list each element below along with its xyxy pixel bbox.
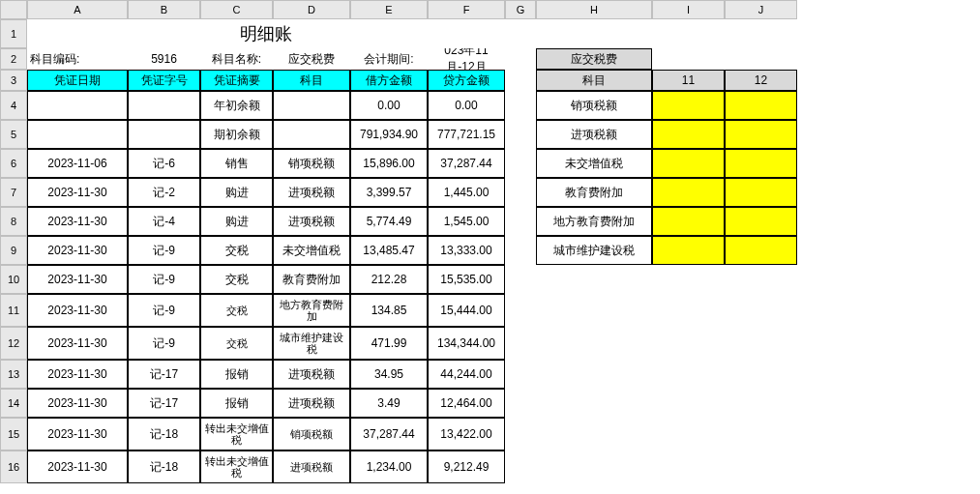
row-header[interactable]: 15 — [0, 418, 27, 450]
side-cell-11[interactable] — [652, 178, 725, 207]
cell-vno: 记-4 — [128, 207, 200, 236]
cell-debit: 34.95 — [350, 360, 428, 389]
empty — [505, 450, 536, 483]
cell-subject: 地方教育费附加 — [273, 294, 350, 327]
cell-vno: 记-17 — [128, 389, 200, 418]
col-header[interactable]: J — [725, 0, 797, 19]
row-header[interactable]: 10 — [0, 265, 27, 294]
hdr-subject: 科目 — [273, 70, 350, 91]
empty — [652, 450, 725, 483]
empty — [505, 91, 536, 120]
side-hdr-11: 11 — [652, 70, 725, 91]
side-cell-11[interactable] — [652, 91, 725, 120]
cell-date: 2023-11-30 — [27, 418, 128, 450]
cell-subject: 进项税额 — [273, 450, 350, 483]
empty — [652, 418, 725, 450]
col-header[interactable]: C — [200, 0, 273, 19]
row-header[interactable]: 3 — [0, 70, 27, 91]
col-header[interactable]: E — [350, 0, 428, 19]
empty — [536, 418, 652, 450]
hdr-summary: 凭证摘要 — [200, 70, 273, 91]
cell-vno: 记-9 — [128, 236, 200, 265]
cell-debit: 134.85 — [350, 294, 428, 327]
row-header[interactable]: 11 — [0, 294, 27, 327]
cell-vno — [128, 120, 200, 149]
hdr-vno: 凭证字号 — [128, 70, 200, 91]
cell-credit: 13,333.00 — [428, 236, 505, 265]
col-header[interactable]: I — [652, 0, 725, 19]
side-cell-12[interactable] — [725, 120, 797, 149]
side-cell-12[interactable] — [725, 149, 797, 178]
col-header[interactable]: H — [536, 0, 652, 19]
row-header[interactable]: 2 — [0, 48, 27, 70]
row-header[interactable]: 6 — [0, 149, 27, 178]
hdr-date: 凭证日期 — [27, 70, 128, 91]
code-value: 5916 — [128, 48, 200, 70]
cell-debit: 3.49 — [350, 389, 428, 418]
side-title: 应交税费 — [536, 48, 652, 70]
row-header[interactable]: 9 — [0, 236, 27, 265]
cell-vno: 记-2 — [128, 178, 200, 207]
cell-debit: 0.00 — [350, 91, 428, 120]
cell-subject — [273, 91, 350, 120]
cell-summary: 转出未交增值税 — [200, 418, 273, 450]
cell-debit: 5,774.49 — [350, 207, 428, 236]
cell-debit: 791,934.90 — [350, 120, 428, 149]
cell-vno: 记-18 — [128, 450, 200, 483]
empty — [505, 236, 536, 265]
col-header[interactable]: B — [128, 0, 200, 19]
empty — [505, 360, 536, 389]
cell-vno: 记-9 — [128, 265, 200, 294]
side-cell-12[interactable] — [725, 207, 797, 236]
cell-credit: 1,545.00 — [428, 207, 505, 236]
side-cell-11[interactable] — [652, 207, 725, 236]
side-cell-12[interactable] — [725, 236, 797, 265]
cell-date — [27, 120, 128, 149]
hdr-debit: 借方金额 — [350, 70, 428, 91]
col-header[interactable]: D — [273, 0, 350, 19]
cell-subject: 销项税额 — [273, 149, 350, 178]
side-row-label: 销项税额 — [536, 91, 652, 120]
cell-debit: 212.28 — [350, 265, 428, 294]
side-hdr-subject: 科目 — [536, 70, 652, 91]
cell-debit: 15,896.00 — [350, 149, 428, 178]
side-cell-12[interactable] — [725, 178, 797, 207]
side-cell-11[interactable] — [652, 236, 725, 265]
cell-date: 2023-11-30 — [27, 389, 128, 418]
empty — [505, 19, 536, 48]
cell-date: 2023-11-30 — [27, 294, 128, 327]
hdr-credit: 贷方金额 — [428, 70, 505, 91]
row-header[interactable]: 13 — [0, 360, 27, 389]
cell-credit: 13,422.00 — [428, 418, 505, 450]
row-header[interactable]: 5 — [0, 120, 27, 149]
cell-summary: 交税 — [200, 236, 273, 265]
cell-subject — [273, 120, 350, 149]
col-header[interactable]: G — [505, 0, 536, 19]
row-header[interactable]: 14 — [0, 389, 27, 418]
row-header[interactable]: 8 — [0, 207, 27, 236]
name-label: 科目名称: — [200, 48, 273, 70]
empty — [536, 327, 652, 360]
cell-summary: 交税 — [200, 327, 273, 360]
row-header[interactable]: 4 — [0, 91, 27, 120]
side-cell-11[interactable] — [652, 149, 725, 178]
side-cell-12[interactable] — [725, 91, 797, 120]
cell-credit: 777,721.15 — [428, 120, 505, 149]
side-cell-11[interactable] — [652, 120, 725, 149]
row-header[interactable]: 12 — [0, 327, 27, 360]
row-header[interactable]: 16 — [0, 450, 27, 483]
cell-credit: 1,445.00 — [428, 178, 505, 207]
cell-debit: 3,399.57 — [350, 178, 428, 207]
col-header[interactable]: A — [27, 0, 128, 19]
cell-vno — [128, 91, 200, 120]
row-header[interactable]: 7 — [0, 178, 27, 207]
empty — [505, 120, 536, 149]
cell-date: 2023-11-30 — [27, 327, 128, 360]
cell-subject: 进项税额 — [273, 389, 350, 418]
empty — [725, 389, 797, 418]
empty — [725, 265, 797, 294]
empty — [536, 450, 652, 483]
row-header[interactable]: 1 — [0, 19, 27, 48]
empty — [725, 360, 797, 389]
col-header[interactable]: F — [428, 0, 505, 19]
